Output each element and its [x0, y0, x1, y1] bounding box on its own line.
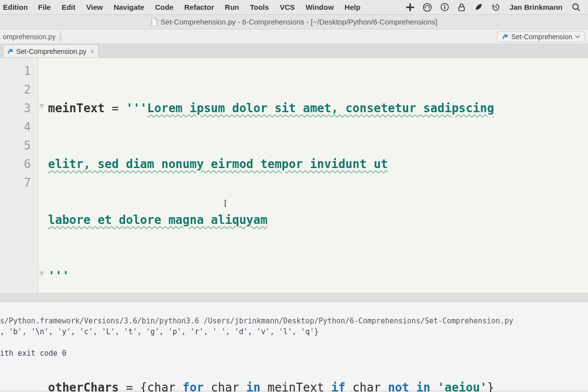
editor-tabs: Set-Comprehension.py × [0, 44, 588, 58]
menu-edition[interactable]: Edition [3, 3, 33, 11]
breadcrumb: omprehension.py [0, 32, 59, 42]
lock-icon[interactable] [453, 3, 470, 12]
menubar: Edition File Edit View Navigate Code Ref… [0, 0, 588, 15]
code-line [48, 322, 588, 341]
text-cursor-icon: I [223, 194, 227, 213]
creative-cloud-icon[interactable] [418, 3, 436, 12]
menu-refactor[interactable]: Refactor [179, 3, 220, 11]
code-line: labore et dolore magna aliquyam [48, 211, 588, 229]
menu-vcs[interactable]: VCS [274, 3, 300, 11]
line-number: 2 [0, 80, 31, 99]
python-icon [7, 49, 13, 54]
svg-rect-4 [459, 7, 464, 11]
user-name[interactable]: Jan Brinkmann [505, 3, 567, 11]
menu-navigate[interactable]: Navigate [108, 3, 150, 11]
plus-icon[interactable] [402, 3, 418, 11]
breadcrumb-item[interactable]: omprehension.py [0, 32, 59, 42]
window-titlebar: Set-Comprehension.py - 6-Comprehensions … [0, 15, 588, 29]
timemachine-icon[interactable] [487, 3, 505, 12]
menu-help[interactable]: Help [339, 3, 366, 11]
line-number: 4 [0, 118, 31, 136]
code-line: meinText = '''Lorem ipsum dolor sit amet… [48, 99, 588, 118]
menu-run[interactable]: Run [220, 3, 245, 11]
line-number: 3 [0, 99, 31, 118]
menu-edit[interactable]: Edit [56, 3, 81, 11]
menu-view[interactable]: View [81, 3, 108, 11]
fold-icon[interactable] [39, 104, 44, 109]
line-number: 5 [0, 136, 31, 155]
menu-file[interactable]: File [33, 3, 56, 11]
fold-icon[interactable] [39, 271, 44, 276]
chevron-down-icon [575, 35, 580, 38]
svg-point-7 [9, 49, 9, 49]
leaf-icon[interactable] [470, 3, 487, 11]
menu-tools[interactable]: Tools [245, 3, 274, 11]
line-number: 7 [0, 173, 31, 192]
code-editor[interactable]: 1 2 3 4 5 6 7 meinText = '''Lorem ipsum … [0, 58, 588, 293]
window-title: Set-Comprehension.py - 6-Comprehensions … [161, 18, 438, 26]
svg-point-5 [573, 4, 578, 9]
run-config-selector[interactable]: Set-Comprehension [497, 31, 585, 42]
code-line: ''' [48, 267, 588, 285]
code-area[interactable]: meinText = '''Lorem ipsum dolor sit amet… [38, 58, 588, 293]
info-icon[interactable] [436, 3, 453, 11]
svg-rect-3 [444, 6, 445, 9]
run-config-label: Set-Comprehension [511, 33, 572, 41]
menu-window[interactable]: Window [300, 3, 339, 11]
svg-point-0 [423, 3, 431, 11]
close-icon[interactable]: × [89, 48, 94, 55]
search-icon[interactable] [567, 3, 585, 12]
svg-point-6 [504, 34, 505, 35]
file-icon [151, 18, 158, 26]
gutter: 1 2 3 4 5 6 7 [0, 58, 38, 293]
line-number: 1 [0, 62, 31, 80]
svg-point-2 [444, 5, 445, 6]
code-line: otherChars = {char for char in meinText … [48, 378, 588, 392]
menu-code[interactable]: Code [149, 3, 179, 11]
nav-row: omprehension.py Set-Comprehension [0, 29, 588, 44]
python-icon [502, 34, 508, 40]
tab-label: Set-Comprehension.py [16, 48, 86, 55]
tab-set-comprehension[interactable]: Set-Comprehension.py × [3, 45, 98, 57]
line-number: 6 [0, 155, 31, 173]
code-line: elitr, sed diam nonumy eirmod tempor inv… [48, 155, 588, 173]
